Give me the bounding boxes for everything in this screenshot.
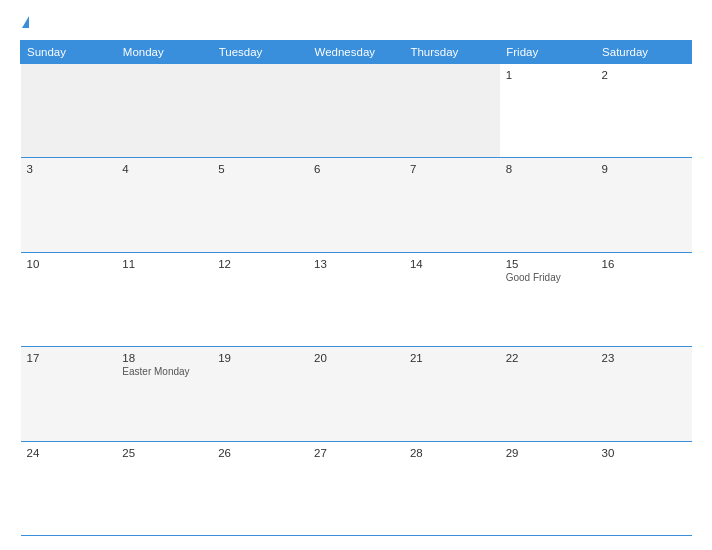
calendar-cell: 26 xyxy=(212,441,308,535)
day-number: 12 xyxy=(218,258,302,270)
day-number: 29 xyxy=(506,447,590,459)
calendar-week-row: 1718Easter Monday1920212223 xyxy=(21,347,692,441)
calendar-cell: 21 xyxy=(404,347,500,441)
holiday-name: Easter Monday xyxy=(122,366,206,377)
calendar-cell: 15Good Friday xyxy=(500,252,596,346)
day-number: 1 xyxy=(506,69,590,81)
calendar-cell: 27 xyxy=(308,441,404,535)
calendar-cell: 30 xyxy=(596,441,692,535)
calendar-week-row: 24252627282930 xyxy=(21,441,692,535)
calendar-cell: 4 xyxy=(116,158,212,252)
day-number: 28 xyxy=(410,447,494,459)
day-number: 16 xyxy=(602,258,686,270)
calendar-cell: 6 xyxy=(308,158,404,252)
day-number: 27 xyxy=(314,447,398,459)
calendar-cell: 2 xyxy=(596,64,692,158)
calendar-header: SundayMondayTuesdayWednesdayThursdayFrid… xyxy=(21,41,692,64)
weekday-header-monday: Monday xyxy=(116,41,212,64)
day-number: 4 xyxy=(122,163,206,175)
day-number: 18 xyxy=(122,352,206,364)
calendar-cell: 20 xyxy=(308,347,404,441)
calendar-cell: 28 xyxy=(404,441,500,535)
weekday-header-thursday: Thursday xyxy=(404,41,500,64)
day-number: 19 xyxy=(218,352,302,364)
day-number: 2 xyxy=(602,69,686,81)
calendar-page: SundayMondayTuesdayWednesdayThursdayFrid… xyxy=(0,0,712,550)
day-number: 13 xyxy=(314,258,398,270)
calendar-cell xyxy=(21,64,117,158)
calendar-week-row: 3456789 xyxy=(21,158,692,252)
calendar-table: SundayMondayTuesdayWednesdayThursdayFrid… xyxy=(20,40,692,536)
day-number: 23 xyxy=(602,352,686,364)
calendar-cell: 23 xyxy=(596,347,692,441)
calendar-body: 123456789101112131415Good Friday161718Ea… xyxy=(21,64,692,536)
day-number: 17 xyxy=(27,352,111,364)
logo-line1 xyxy=(20,18,29,28)
calendar-cell: 3 xyxy=(21,158,117,252)
calendar-cell: 13 xyxy=(308,252,404,346)
calendar-week-row: 12 xyxy=(21,64,692,158)
calendar-cell: 25 xyxy=(116,441,212,535)
logo-triangle-icon xyxy=(22,16,29,28)
calendar-cell: 22 xyxy=(500,347,596,441)
weekday-header-wednesday: Wednesday xyxy=(308,41,404,64)
weekday-header-row: SundayMondayTuesdayWednesdayThursdayFrid… xyxy=(21,41,692,64)
header xyxy=(20,18,692,28)
day-number: 3 xyxy=(27,163,111,175)
calendar-cell xyxy=(212,64,308,158)
day-number: 9 xyxy=(602,163,686,175)
calendar-cell: 9 xyxy=(596,158,692,252)
weekday-header-sunday: Sunday xyxy=(21,41,117,64)
logo-block xyxy=(20,18,29,28)
day-number: 22 xyxy=(506,352,590,364)
day-number: 24 xyxy=(27,447,111,459)
day-number: 25 xyxy=(122,447,206,459)
day-number: 14 xyxy=(410,258,494,270)
calendar-cell: 18Easter Monday xyxy=(116,347,212,441)
day-number: 21 xyxy=(410,352,494,364)
calendar-week-row: 101112131415Good Friday16 xyxy=(21,252,692,346)
calendar-cell: 8 xyxy=(500,158,596,252)
day-number: 5 xyxy=(218,163,302,175)
calendar-cell: 19 xyxy=(212,347,308,441)
calendar-cell: 7 xyxy=(404,158,500,252)
weekday-header-friday: Friday xyxy=(500,41,596,64)
calendar-cell: 14 xyxy=(404,252,500,346)
weekday-header-saturday: Saturday xyxy=(596,41,692,64)
calendar-cell: 1 xyxy=(500,64,596,158)
calendar-cell xyxy=(404,64,500,158)
calendar-cell: 16 xyxy=(596,252,692,346)
calendar-cell: 12 xyxy=(212,252,308,346)
day-number: 8 xyxy=(506,163,590,175)
day-number: 7 xyxy=(410,163,494,175)
day-number: 26 xyxy=(218,447,302,459)
calendar-cell: 29 xyxy=(500,441,596,535)
calendar-cell: 11 xyxy=(116,252,212,346)
logo xyxy=(20,18,29,28)
day-number: 30 xyxy=(602,447,686,459)
calendar-cell xyxy=(116,64,212,158)
day-number: 10 xyxy=(27,258,111,270)
calendar-cell xyxy=(308,64,404,158)
day-number: 20 xyxy=(314,352,398,364)
calendar-cell: 5 xyxy=(212,158,308,252)
day-number: 6 xyxy=(314,163,398,175)
holiday-name: Good Friday xyxy=(506,272,590,283)
calendar-cell: 17 xyxy=(21,347,117,441)
day-number: 11 xyxy=(122,258,206,270)
day-number: 15 xyxy=(506,258,590,270)
calendar-cell: 10 xyxy=(21,252,117,346)
weekday-header-tuesday: Tuesday xyxy=(212,41,308,64)
calendar-cell: 24 xyxy=(21,441,117,535)
